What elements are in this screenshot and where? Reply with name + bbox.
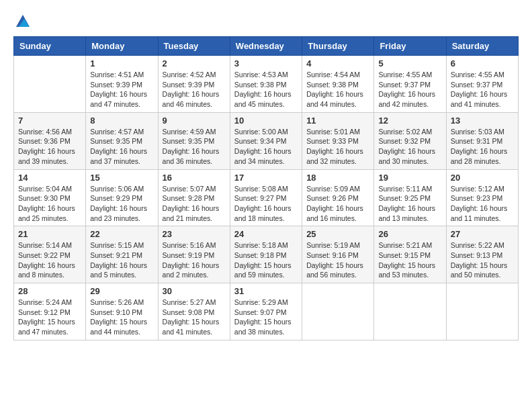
calendar-cell: 3Sunrise: 4:53 AM Sunset: 9:38 PM Daylig… [230, 56, 302, 113]
day-info: Sunrise: 4:53 AM Sunset: 9:38 PM Dayligh… [234, 70, 298, 109]
calendar-cell: 6Sunrise: 4:55 AM Sunset: 9:37 PM Daylig… [446, 56, 518, 113]
calendar-cell: 13Sunrise: 5:03 AM Sunset: 9:31 PM Dayli… [446, 112, 518, 169]
column-header-monday: Monday [86, 37, 158, 56]
day-info: Sunrise: 4:51 AM Sunset: 9:39 PM Dayligh… [90, 70, 153, 109]
day-info: Sunrise: 5:21 AM Sunset: 9:15 PM Dayligh… [378, 240, 441, 280]
day-info: Sunrise: 5:14 AM Sunset: 9:22 PM Dayligh… [18, 240, 81, 280]
calendar-week-row: 28Sunrise: 5:24 AM Sunset: 9:12 PM Dayli… [14, 283, 519, 340]
calendar-cell: 23Sunrise: 5:16 AM Sunset: 9:19 PM Dayli… [158, 226, 230, 283]
calendar-cell: 7Sunrise: 4:56 AM Sunset: 9:36 PM Daylig… [14, 112, 86, 169]
day-info: Sunrise: 5:19 AM Sunset: 9:16 PM Dayligh… [306, 240, 369, 280]
calendar-table: SundayMondayTuesdayWednesdayThursdayFrid… [13, 36, 519, 340]
day-info: Sunrise: 5:07 AM Sunset: 9:28 PM Dayligh… [163, 184, 226, 224]
day-info: Sunrise: 5:00 AM Sunset: 9:34 PM Dayligh… [234, 127, 298, 167]
calendar-cell: 12Sunrise: 5:02 AM Sunset: 9:32 PM Dayli… [374, 112, 446, 169]
calendar-cell: 24Sunrise: 5:18 AM Sunset: 9:18 PM Dayli… [230, 226, 302, 283]
column-header-saturday: Saturday [446, 37, 518, 56]
column-header-wednesday: Wednesday [230, 37, 302, 56]
calendar-cell: 5Sunrise: 4:55 AM Sunset: 9:37 PM Daylig… [374, 56, 446, 113]
calendar-cell [302, 283, 374, 340]
day-info: Sunrise: 5:26 AM Sunset: 9:10 PM Dayligh… [90, 298, 153, 337]
logo [13, 13, 31, 30]
day-number: 14 [18, 173, 81, 183]
day-info: Sunrise: 5:02 AM Sunset: 9:32 PM Dayligh… [378, 127, 441, 167]
calendar-week-row: 14Sunrise: 5:04 AM Sunset: 9:30 PM Dayli… [14, 169, 519, 226]
day-number: 16 [163, 173, 226, 183]
day-number: 17 [234, 173, 298, 183]
column-header-tuesday: Tuesday [158, 37, 230, 56]
day-info: Sunrise: 5:27 AM Sunset: 9:08 PM Dayligh… [163, 298, 226, 337]
day-number: 19 [378, 173, 441, 183]
calendar-cell: 9Sunrise: 4:59 AM Sunset: 9:35 PM Daylig… [158, 112, 230, 169]
day-info: Sunrise: 4:55 AM Sunset: 9:37 PM Dayligh… [451, 70, 514, 109]
day-info: Sunrise: 5:01 AM Sunset: 9:33 PM Dayligh… [306, 127, 369, 167]
calendar-cell: 17Sunrise: 5:08 AM Sunset: 9:27 PM Dayli… [230, 169, 302, 226]
calendar-cell: 22Sunrise: 5:15 AM Sunset: 9:21 PM Dayli… [86, 226, 158, 283]
day-number: 5 [378, 58, 441, 68]
calendar-cell: 30Sunrise: 5:27 AM Sunset: 9:08 PM Dayli… [158, 283, 230, 340]
day-number: 6 [451, 58, 514, 68]
day-info: Sunrise: 5:03 AM Sunset: 9:31 PM Dayligh… [451, 127, 514, 167]
day-info: Sunrise: 5:15 AM Sunset: 9:21 PM Dayligh… [90, 240, 153, 280]
calendar-week-row: 1Sunrise: 4:51 AM Sunset: 9:39 PM Daylig… [14, 56, 519, 113]
calendar-cell [14, 56, 86, 113]
day-info: Sunrise: 5:09 AM Sunset: 9:26 PM Dayligh… [306, 184, 369, 224]
day-number: 2 [163, 58, 226, 68]
calendar-cell: 15Sunrise: 5:06 AM Sunset: 9:29 PM Dayli… [86, 169, 158, 226]
day-info: Sunrise: 5:04 AM Sunset: 9:30 PM Dayligh… [18, 184, 81, 224]
calendar-cell [446, 283, 518, 340]
calendar-cell: 28Sunrise: 5:24 AM Sunset: 9:12 PM Dayli… [14, 283, 86, 340]
day-info: Sunrise: 5:24 AM Sunset: 9:12 PM Dayligh… [18, 298, 81, 337]
calendar-cell: 27Sunrise: 5:22 AM Sunset: 9:13 PM Dayli… [446, 226, 518, 283]
day-info: Sunrise: 5:22 AM Sunset: 9:13 PM Dayligh… [451, 240, 514, 280]
calendar-week-row: 21Sunrise: 5:14 AM Sunset: 9:22 PM Dayli… [14, 226, 519, 283]
day-info: Sunrise: 4:56 AM Sunset: 9:36 PM Dayligh… [18, 127, 81, 167]
calendar-cell: 25Sunrise: 5:19 AM Sunset: 9:16 PM Dayli… [302, 226, 374, 283]
column-header-friday: Friday [374, 37, 446, 56]
day-number: 4 [306, 58, 369, 68]
day-number: 7 [18, 116, 81, 126]
day-info: Sunrise: 5:11 AM Sunset: 9:25 PM Dayligh… [378, 184, 441, 224]
day-number: 10 [234, 116, 298, 126]
calendar-cell: 4Sunrise: 4:54 AM Sunset: 9:38 PM Daylig… [302, 56, 374, 113]
day-number: 11 [306, 116, 369, 126]
day-number: 21 [18, 229, 81, 239]
calendar-cell: 20Sunrise: 5:12 AM Sunset: 9:23 PM Dayli… [446, 169, 518, 226]
day-info: Sunrise: 4:54 AM Sunset: 9:38 PM Dayligh… [306, 70, 369, 109]
day-number: 1 [90, 58, 153, 68]
day-number: 3 [234, 58, 298, 68]
calendar-header-row: SundayMondayTuesdayWednesdayThursdayFrid… [14, 37, 519, 56]
calendar-cell: 29Sunrise: 5:26 AM Sunset: 9:10 PM Dayli… [86, 283, 158, 340]
calendar-cell: 10Sunrise: 5:00 AM Sunset: 9:34 PM Dayli… [230, 112, 302, 169]
day-info: Sunrise: 4:55 AM Sunset: 9:37 PM Dayligh… [378, 70, 441, 109]
day-info: Sunrise: 5:18 AM Sunset: 9:18 PM Dayligh… [234, 240, 298, 280]
calendar-cell: 18Sunrise: 5:09 AM Sunset: 9:26 PM Dayli… [302, 169, 374, 226]
day-info: Sunrise: 5:08 AM Sunset: 9:27 PM Dayligh… [234, 184, 298, 224]
day-number: 31 [234, 286, 298, 296]
day-number: 22 [90, 229, 153, 239]
day-number: 8 [90, 116, 153, 126]
day-info: Sunrise: 5:29 AM Sunset: 9:07 PM Dayligh… [234, 298, 298, 337]
calendar-cell: 31Sunrise: 5:29 AM Sunset: 9:07 PM Dayli… [230, 283, 302, 340]
day-number: 24 [234, 229, 298, 239]
day-info: Sunrise: 4:52 AM Sunset: 9:39 PM Dayligh… [163, 70, 226, 109]
calendar-cell: 11Sunrise: 5:01 AM Sunset: 9:33 PM Dayli… [302, 112, 374, 169]
day-number: 13 [451, 116, 514, 126]
day-info: Sunrise: 5:12 AM Sunset: 9:23 PM Dayligh… [451, 184, 514, 224]
day-number: 29 [90, 286, 153, 296]
calendar-cell: 19Sunrise: 5:11 AM Sunset: 9:25 PM Dayli… [374, 169, 446, 226]
day-info: Sunrise: 5:06 AM Sunset: 9:29 PM Dayligh… [90, 184, 153, 224]
calendar-cell: 1Sunrise: 4:51 AM Sunset: 9:39 PM Daylig… [86, 56, 158, 113]
calendar-cell: 2Sunrise: 4:52 AM Sunset: 9:39 PM Daylig… [158, 56, 230, 113]
day-number: 9 [163, 116, 226, 126]
day-number: 27 [451, 229, 514, 239]
column-header-thursday: Thursday [302, 37, 374, 56]
calendar-cell [374, 283, 446, 340]
day-info: Sunrise: 5:16 AM Sunset: 9:19 PM Dayligh… [163, 240, 226, 280]
logo-icon [15, 13, 31, 30]
day-number: 15 [90, 173, 153, 183]
day-number: 25 [306, 229, 369, 239]
day-number: 23 [163, 229, 226, 239]
day-info: Sunrise: 4:57 AM Sunset: 9:35 PM Dayligh… [90, 127, 153, 167]
calendar-cell: 26Sunrise: 5:21 AM Sunset: 9:15 PM Dayli… [374, 226, 446, 283]
